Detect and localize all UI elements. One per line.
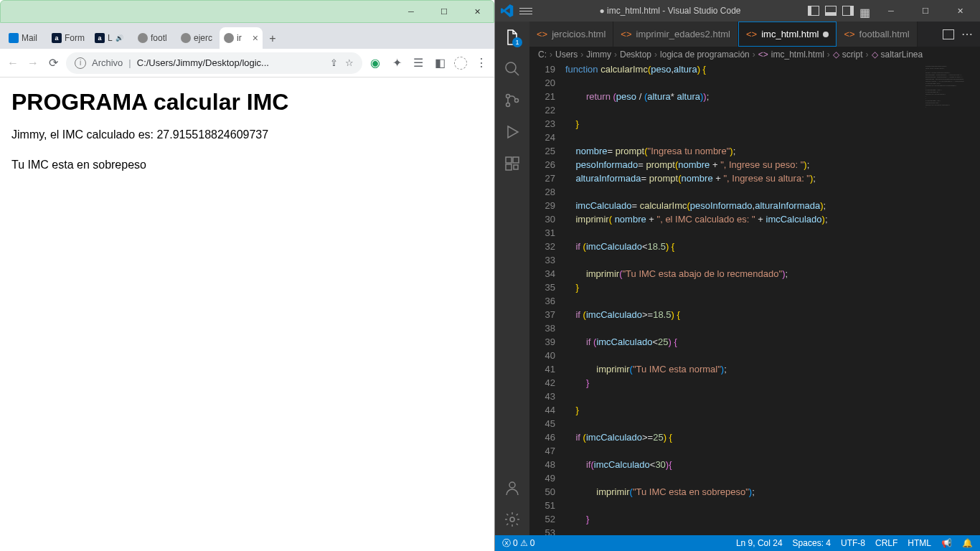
- svg-point-4: [515, 99, 519, 103]
- tab-label: footl: [151, 33, 167, 43]
- vscode-maximize-button[interactable]: ☐: [911, 0, 940, 22]
- line-gutter: 1920212223242526272829303132333435363738…: [529, 62, 565, 535]
- account-icon[interactable]: [504, 479, 521, 496]
- extensions-icon[interactable]: [504, 155, 521, 172]
- hamburger-menu-icon[interactable]: [519, 8, 532, 14]
- site-info-icon[interactable]: i: [75, 57, 86, 69]
- editor-tab[interactable]: <>imprimir_edades2.html: [613, 22, 738, 47]
- reading-list-icon[interactable]: ☰: [411, 56, 425, 70]
- minimap[interactable]: function calcularImc(peso,altura) { retu…: [923, 62, 980, 535]
- status-spaces[interactable]: Spaces: 4: [793, 538, 831, 548]
- breadcrumb-separator: ›: [827, 50, 830, 60]
- layout-sidebar-left-icon[interactable]: [808, 6, 819, 16]
- status-lang[interactable]: HTML: [908, 538, 931, 548]
- chrome-minimize-button[interactable]: ─: [395, 0, 428, 23]
- warning-icon: ⚠: [520, 538, 528, 548]
- svg-point-0: [506, 62, 516, 72]
- status-eol[interactable]: CRLF: [875, 538, 897, 548]
- reload-button[interactable]: ⟳: [46, 56, 60, 70]
- status-problems[interactable]: ⓧ0 ⚠0: [502, 537, 534, 550]
- html-file-icon: <>: [746, 29, 757, 39]
- chrome-tab[interactable]: aForm: [47, 27, 90, 49]
- status-encoding[interactable]: UTF-8: [841, 538, 865, 548]
- extensions-icon[interactable]: ✦: [390, 56, 404, 70]
- breadcrumb-item[interactable]: saltarLinea: [881, 50, 923, 60]
- chrome-window: ─ ☐ ✕ MailaFormaL🔊footlejercir×+ ← → ⟳ i…: [0, 0, 495, 551]
- page-heading: PROGRAMA calcular IMC: [11, 89, 483, 116]
- tab-close-icon[interactable]: ×: [253, 32, 258, 44]
- editor-tab[interactable]: <>jercicios.html: [529, 22, 613, 47]
- chrome-tab[interactable]: Mail: [4, 27, 47, 49]
- layout-customize-icon[interactable]: ▦: [859, 6, 871, 16]
- vscode-close-button[interactable]: ✕: [946, 0, 974, 22]
- chrome-tab[interactable]: footl: [133, 27, 176, 49]
- breadcrumb-separator: ›: [614, 50, 617, 60]
- svg-rect-7: [506, 164, 512, 170]
- chrome-tab-strip: MailaFormaL🔊footlejercir×+: [0, 23, 494, 49]
- status-cursor[interactable]: Ln 9, Col 24: [736, 538, 783, 548]
- address-bar[interactable]: i Archivo | C:/Users/Jimmy/Desktop/logic…: [66, 52, 362, 74]
- source-control-icon[interactable]: [504, 92, 521, 109]
- breadcrumb-item[interactable]: logica de programación: [660, 50, 750, 60]
- editor-tab[interactable]: <>imc_html.html: [738, 22, 837, 47]
- code-editor[interactable]: 1920212223242526272829303132333435363738…: [529, 62, 980, 535]
- favicon-icon: [138, 33, 148, 43]
- extension-ghostery-icon[interactable]: ◉: [368, 56, 382, 70]
- editor-tab[interactable]: <>football.html: [837, 22, 917, 47]
- chrome-menu-icon[interactable]: ⋮: [474, 56, 489, 70]
- vscode-minimize-button[interactable]: ─: [877, 0, 905, 22]
- chrome-maximize-button[interactable]: ☐: [428, 0, 461, 23]
- editor-more-icon[interactable]: ⋯: [961, 27, 973, 41]
- profile-icon[interactable]: [454, 57, 467, 70]
- share-icon[interactable]: ⇪: [330, 57, 338, 68]
- editor-tab-label: football.html: [859, 29, 910, 39]
- html-file-icon: <>: [537, 29, 547, 39]
- editor-area: <>jercicios.html<>imprimir_edades2.html<…: [529, 22, 980, 535]
- tab-label: Mail: [22, 33, 37, 43]
- favicon-icon: [181, 33, 191, 43]
- breadcrumb-item[interactable]: imc_html.html: [771, 50, 824, 60]
- chrome-tab[interactable]: aL🔊: [90, 27, 133, 49]
- page-content: PROGRAMA calcular IMC Jimmy, el IMC calc…: [0, 77, 494, 551]
- error-icon: ⓧ: [502, 537, 511, 550]
- back-button[interactable]: ←: [6, 56, 20, 70]
- breadcrumb-item[interactable]: Desktop: [620, 50, 651, 60]
- breadcrumb-icon: ◇: [872, 50, 878, 60]
- status-bell-icon[interactable]: 🔔: [962, 538, 973, 548]
- chrome-titlebar[interactable]: ─ ☐ ✕: [0, 0, 494, 23]
- run-debug-icon[interactable]: [504, 123, 521, 141]
- chrome-tab[interactable]: ir×: [220, 27, 263, 49]
- forward-button[interactable]: →: [26, 56, 40, 70]
- breadcrumb-item[interactable]: Jimmy: [586, 50, 611, 60]
- tab-label: ejerc: [194, 33, 212, 43]
- breadcrumb-separator: ›: [753, 50, 755, 60]
- breadcrumb-item[interactable]: script: [842, 50, 863, 60]
- status-feedback-icon[interactable]: 📢: [941, 538, 952, 548]
- html-file-icon: <>: [844, 29, 854, 39]
- bookmark-icon[interactable]: ☆: [345, 57, 354, 68]
- code-content[interactable]: function calcularImc(peso,altura) { retu…: [565, 62, 923, 535]
- breadcrumb-item[interactable]: C:: [538, 50, 547, 60]
- vscode-titlebar[interactable]: ● imc_html.html - Visual Studio Code ▦ ─…: [495, 0, 980, 22]
- breadcrumbs[interactable]: C:›Users›Jimmy›Desktop›logica de program…: [529, 47, 980, 62]
- breadcrumb-item[interactable]: Users: [555, 50, 578, 60]
- explorer-icon[interactable]: 1: [504, 29, 521, 46]
- svg-rect-8: [514, 165, 518, 169]
- svg-rect-5: [506, 157, 512, 163]
- breadcrumb-separator: ›: [580, 50, 583, 60]
- layout-sidebar-right-icon[interactable]: [842, 6, 854, 16]
- chrome-close-button[interactable]: ✕: [461, 0, 494, 23]
- svg-rect-6: [513, 157, 519, 163]
- vscode-window: ● imc_html.html - Visual Studio Code ▦ ─…: [495, 0, 980, 551]
- settings-gear-icon[interactable]: [504, 511, 521, 528]
- audio-icon: 🔊: [116, 34, 123, 42]
- address-text: C:/Users/Jimmy/Desktop/logic...: [137, 57, 269, 68]
- side-panel-icon[interactable]: ◧: [433, 56, 447, 70]
- search-icon[interactable]: [504, 60, 521, 77]
- new-tab-button[interactable]: +: [263, 29, 283, 49]
- address-prefix: Archivo: [92, 57, 123, 68]
- chrome-tab[interactable]: ejerc: [176, 27, 220, 49]
- layout-panel-icon[interactable]: [825, 6, 837, 16]
- split-editor-icon[interactable]: [943, 29, 954, 39]
- svg-line-1: [514, 71, 519, 75]
